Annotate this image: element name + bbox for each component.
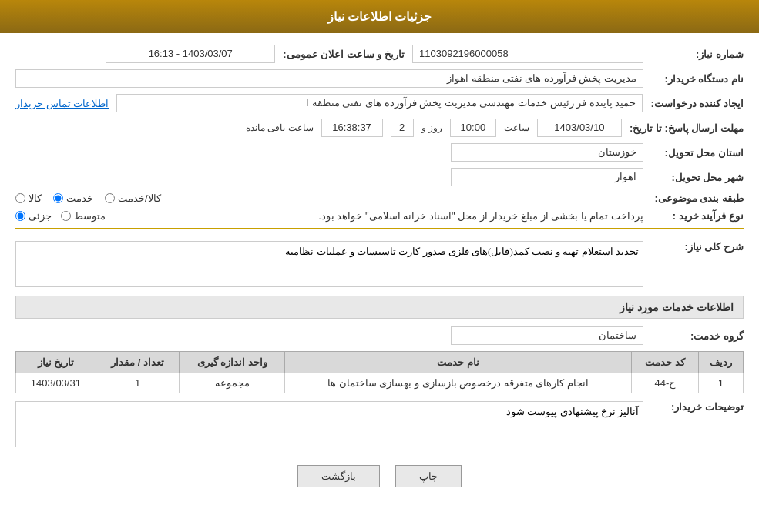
table-header-row: ردیف کد حدمت نام حدمت واحد اندازه گیری ت… — [16, 352, 744, 373]
mohlat-date: 1403/03/10 — [537, 119, 622, 137]
table-cell-name: انجام کارهای متفرقه درخصوص بازسازی و بهس… — [285, 373, 632, 393]
groheKhadmat-value: ساختمان — [451, 326, 643, 345]
row-ostan: استان محل تحویل: خوزستان — [15, 143, 744, 162]
tarikhoSaat-label: تاریخ و ساعت اعلان عمومی: — [283, 49, 405, 60]
col-vahed: واحد اندازه گیری — [180, 352, 285, 373]
etelaatTamas-link[interactable]: اطلاعات تماس خریدار — [15, 98, 109, 109]
mohlat-rooz-label: روز و — [421, 122, 442, 133]
row-sharh: شرح کلی نیاز: — [15, 241, 744, 289]
page-wrapper: جزئیات اطلاعات نیاز شماره نیاز: 11030921… — [0, 0, 759, 532]
noeFarayand-option-jozii: جزئی — [15, 210, 52, 222]
table-cell-kod: ج-44 — [632, 373, 699, 393]
row-groheKhadmat: گروه خدمت: ساختمان — [15, 326, 744, 345]
tabaqe-radio-group: کالا/خدمت خدمت کالا — [15, 192, 643, 204]
tabaqe-khadmat-radio[interactable] — [53, 193, 63, 203]
ijadKonande-label: ایجاد کننده درخواست: — [650, 98, 744, 109]
row-mohlat: مهلت ارسال پاسخ: تا تاریخ: 1403/03/10 سا… — [15, 119, 744, 137]
print-button[interactable]: چاپ — [395, 465, 462, 487]
noeFarayand-desc: پرداخت تمام یا بخشی از مبلغ خریدار از مح… — [115, 210, 643, 222]
col-kod: کد حدمت — [632, 352, 699, 373]
noeFarayand-label: نوع فرآیند خرید : — [651, 210, 744, 222]
row-tozi: توضیحات خریدار: — [15, 401, 744, 450]
tozi-label: توضیحات خریدار: — [651, 401, 744, 413]
col-radif: ردیف — [698, 352, 743, 373]
namDastgah-label: نام دستگاه خریدار: — [651, 73, 744, 85]
shomareNiaz-label: شماره نیاز: — [651, 49, 744, 60]
back-button[interactable]: بازگشت — [297, 465, 380, 487]
tozi-box — [15, 401, 643, 450]
noeFarayand-motavaset-label: متوسط — [74, 210, 106, 222]
tarikhoSaat-value: 1403/03/07 - 16:13 — [106, 45, 275, 63]
shahr-label: شهر محل تحویل: — [651, 172, 744, 183]
ijadKonande-value: حمید پاینده فر رئیس خدمات مهندسی مدیریت … — [116, 94, 643, 112]
mohlat-remaining: 16:38:37 — [321, 119, 383, 137]
noeFarayand-jozii-radio[interactable] — [15, 211, 25, 221]
mohlat-time-label: ساعت — [504, 122, 529, 133]
col-name: نام حدمت — [285, 352, 632, 373]
services-section-title: اطلاعات خدمات مورد نیاز — [15, 296, 744, 319]
table-cell-vahed: مجموعه — [180, 373, 285, 393]
mohlat-rooz: 2 — [391, 119, 414, 137]
tozi-textarea[interactable] — [15, 401, 643, 447]
mohlat-time: 10:00 — [450, 119, 496, 137]
row-shomareNiaz: شماره نیاز: 1103092196000058 تاریخ و ساع… — [15, 45, 744, 63]
table-row: 1ج-44انجام کارهای متفرقه درخصوص بازسازی … — [16, 373, 744, 393]
section-divider — [15, 228, 744, 229]
row-namDastgah: نام دستگاه خریدار: مدیریت پخش فرآورده ها… — [15, 69, 744, 88]
row-tabaqe: طبقه بندی موضوعی: کالا/خدمت خدمت کالا — [15, 192, 744, 204]
table-body: 1ج-44انجام کارهای متفرقه درخصوص بازسازی … — [16, 373, 744, 393]
namDastgah-value: مدیریت پخش فرآورده های نفتی منطقه اهواز — [15, 69, 643, 88]
row-ijadKonande: ایجاد کننده درخواست: حمید پاینده فر رئیس… — [15, 94, 744, 112]
noeFarayand-jozii-label: جزئی — [29, 210, 52, 222]
sharh-label: شرح کلی نیاز: — [651, 241, 744, 253]
groheKhadmat-label: گروه خدمت: — [651, 330, 744, 342]
tabaqe-khadmat-label: خدمت — [66, 192, 93, 204]
page-header: جزئیات اطلاعات نیاز — [0, 0, 759, 33]
noeFarayand-container: پرداخت تمام یا بخشی از مبلغ خریدار از مح… — [15, 210, 643, 222]
page-title: جزئیات اطلاعات نیاز — [327, 10, 432, 23]
ostan-label: استان محل تحویل: — [651, 147, 744, 159]
col-tarikh: تاریخ نیاز — [16, 352, 96, 373]
row-noeFarayand: نوع فرآیند خرید : پرداخت تمام یا بخشی از… — [15, 210, 744, 222]
tabaqe-kalakhadmat-radio[interactable] — [105, 193, 115, 203]
tabaqe-kala-label: کالا — [29, 192, 42, 204]
table-cell-tarikh: 1403/03/31 — [16, 373, 96, 393]
row-shahr: شهر محل تحویل: اهواز — [15, 168, 744, 186]
table-header: ردیف کد حدمت نام حدمت واحد اندازه گیری ت… — [16, 352, 744, 373]
tabaqe-option-kalakhadmat: کالا/خدمت — [105, 192, 161, 204]
shahr-value: اهواز — [451, 168, 643, 186]
tabaqe-label: طبقه بندی موضوعی: — [651, 192, 744, 204]
content-area: شماره نیاز: 1103092196000058 تاریخ و ساع… — [0, 33, 759, 510]
col-tedad: تعداد / مقدار — [96, 352, 180, 373]
mohlat-remaining-label: ساعت باقی مانده — [246, 122, 314, 133]
noeFarayand-motavaset-radio[interactable] — [61, 211, 71, 221]
tabaqe-option-khadmat: خدمت — [53, 192, 93, 204]
shomareNiaz-value: 1103092196000058 — [412, 45, 643, 63]
sharh-box — [15, 241, 643, 289]
button-group: چاپ بازگشت — [15, 465, 744, 487]
mohlat-label: مهلت ارسال پاسخ: تا تاریخ: — [630, 122, 744, 134]
tabaqe-option-kala: کالا — [15, 192, 42, 204]
services-table: ردیف کد حدمت نام حدمت واحد اندازه گیری ت… — [15, 351, 744, 393]
table-cell-radif: 1 — [698, 373, 743, 393]
tabaqe-kala-radio[interactable] — [15, 193, 25, 203]
table-cell-tedad: 1 — [96, 373, 180, 393]
ostan-value: خوزستان — [451, 143, 643, 162]
noeFarayand-option-motavaset: متوسط — [61, 210, 106, 222]
sharh-textarea[interactable] — [15, 241, 643, 287]
tabaqe-kalakhadmat-label: کالا/خدمت — [118, 192, 161, 204]
